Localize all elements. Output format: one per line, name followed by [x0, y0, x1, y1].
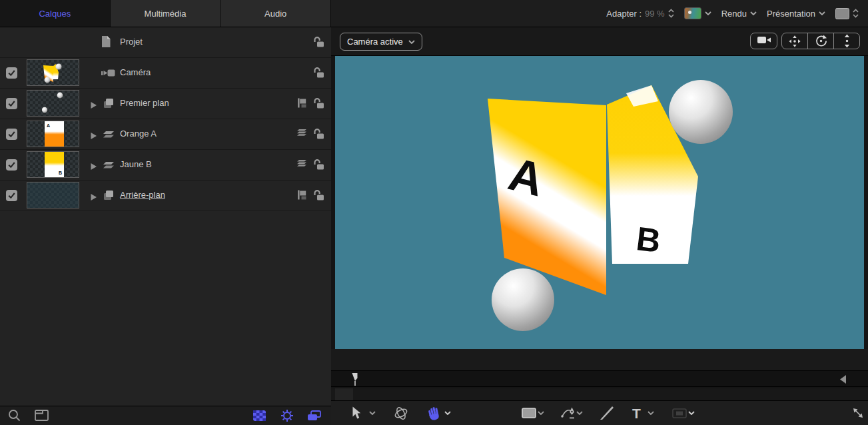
transparency-checkerboard-icon[interactable] [253, 410, 266, 423]
group-icon [103, 98, 114, 111]
mini-timeline[interactable] [331, 370, 868, 387]
layer-name: Jaune B [120, 159, 152, 169]
canvas-toolbar: T [331, 400, 868, 425]
lock-open-icon[interactable] [312, 36, 324, 49]
disclosure-triangle-icon[interactable] [91, 162, 97, 172]
gear-icon[interactable] [280, 409, 294, 424]
layout-stepper[interactable] [835, 8, 859, 19]
camera-tools-group [781, 33, 860, 49]
view-controls: Adapter : 99 % Rendu Présentation [606, 0, 868, 27]
text-tool-button[interactable]: T [632, 401, 641, 425]
layer-row-projet[interactable]: Projet [0, 27, 331, 58]
playhead-marker[interactable] [351, 372, 359, 388]
bezier-pen-tool-button[interactable] [560, 401, 577, 425]
hand-tool-chevron-icon[interactable] [444, 401, 451, 425]
text-tool-glyph: T [632, 406, 641, 420]
search-icon[interactable] [8, 409, 21, 424]
select-tool-button[interactable] [351, 401, 361, 425]
tab-multimedia[interactable]: Multimédia [111, 0, 221, 27]
track-band-segment [335, 388, 353, 400]
layer-name-editing[interactable]: Arrière-plan [120, 190, 165, 200]
tab-multimedia-label: Multimédia [145, 9, 187, 19]
motion-window: Calques Multimédia Audio Adapter : 99 % … [0, 0, 868, 425]
tab-calques[interactable]: Calques [0, 0, 111, 27]
canvas-header: Caméra active [331, 27, 868, 56]
lock-open-icon[interactable] [312, 67, 324, 80]
plane-b-letter: B [634, 220, 663, 260]
presentation-menu[interactable]: Présentation [767, 9, 825, 19]
panel-layout-icon[interactable] [35, 410, 49, 423]
layer-row-jaune-b[interactable]: B Jaune B [0, 150, 331, 181]
line-tool-button[interactable] [600, 401, 614, 425]
layer-row-arriere-plan[interactable]: Arrière-plan [0, 181, 331, 211]
visibility-checkbox[interactable] [6, 159, 17, 171]
disclosure-triangle-icon[interactable] [91, 101, 97, 111]
mask-tool-chevron-icon [688, 401, 695, 425]
group-icon [103, 190, 114, 203]
layer-row-camera[interactable]: Caméra [0, 58, 331, 89]
visibility-checkbox[interactable] [6, 129, 17, 140]
layer-thumbnail: A [27, 121, 79, 147]
top-bar: Calques Multimédia Audio Adapter : 99 % … [0, 0, 868, 27]
zoom-stepper-icon[interactable] [668, 9, 674, 18]
layers-panel: Projet [0, 27, 331, 425]
disclosure-triangle-icon[interactable] [91, 193, 97, 203]
orbit-camera-button[interactable] [807, 33, 833, 49]
layout-swatch-icon [835, 8, 849, 19]
text-tool-chevron-icon[interactable] [648, 401, 654, 425]
layer-icon [103, 131, 115, 141]
rectangle-tool-button[interactable] [522, 401, 536, 425]
chevron-down-icon [819, 11, 825, 15]
lock-open-icon[interactable] [312, 128, 324, 141]
chevron-down-icon [750, 11, 757, 15]
camera-icon [101, 69, 115, 79]
render-menu[interactable]: Rendu [721, 9, 757, 19]
chevron-down-icon [705, 11, 711, 15]
active-camera-menu[interactable]: Caméra active [340, 33, 422, 51]
layer-thumbnail: B [27, 151, 79, 178]
bezier-pen-tool-chevron-icon[interactable] [576, 401, 583, 425]
timeline-end-marker[interactable] [840, 375, 846, 386]
layer-name: Projet [120, 37, 143, 47]
layer-stack-badge-icon [296, 129, 307, 140]
pan-camera-button[interactable] [782, 33, 807, 49]
dolly-camera-button[interactable] [833, 33, 859, 49]
tab-audio-label: Audio [264, 9, 286, 19]
resize-timeline-icon[interactable] [852, 401, 864, 425]
layer-name: Orange A [120, 129, 157, 139]
select-tool-chevron-icon[interactable] [369, 401, 376, 425]
layers-stack-icon[interactable] [307, 410, 321, 423]
thumb-letter: B [59, 171, 62, 175]
visibility-checkbox[interactable] [6, 98, 17, 109]
canvas-viewport[interactable]: A B [335, 56, 864, 349]
transform-3d-tool-button[interactable] [393, 401, 409, 425]
group-flag-badge-icon [297, 98, 307, 110]
layer-thumbnail [27, 182, 79, 209]
hand-tool-button[interactable] [427, 401, 441, 425]
layer-row-premier-plan[interactable]: Premier plan [0, 89, 331, 119]
sphere-bottom-left [492, 268, 554, 331]
render-label: Rendu [721, 9, 747, 19]
active-camera-label: Caméra active [347, 37, 403, 47]
color-swatch-menu[interactable] [684, 7, 711, 19]
rectangle-tool-chevron-icon[interactable] [538, 401, 544, 425]
visibility-checkbox[interactable] [6, 190, 17, 201]
disclosure-triangle-icon[interactable] [91, 131, 97, 141]
gradient-swatch-icon [684, 7, 701, 19]
thumb-plane-a: A [45, 121, 64, 147]
tab-calques-label: Calques [39, 9, 71, 19]
scene: A B [335, 56, 864, 349]
layer-row-orange-a[interactable]: A Orange A [0, 119, 331, 150]
visibility-checkbox[interactable] [6, 67, 17, 79]
lock-open-icon[interactable] [312, 97, 324, 111]
timeline-track-band [331, 388, 868, 400]
chevron-down-icon [408, 40, 415, 44]
camera-view-button[interactable] [750, 33, 777, 49]
lock-open-icon[interactable] [312, 189, 324, 203]
layer-name: Premier plan [120, 98, 169, 108]
lock-open-icon[interactable] [312, 159, 324, 172]
sphere-top-right [669, 80, 733, 144]
zoom-control[interactable]: Adapter : 99 % [606, 9, 673, 19]
thumb-plane-b: B [45, 152, 64, 177]
tab-audio[interactable]: Audio [220, 0, 331, 27]
